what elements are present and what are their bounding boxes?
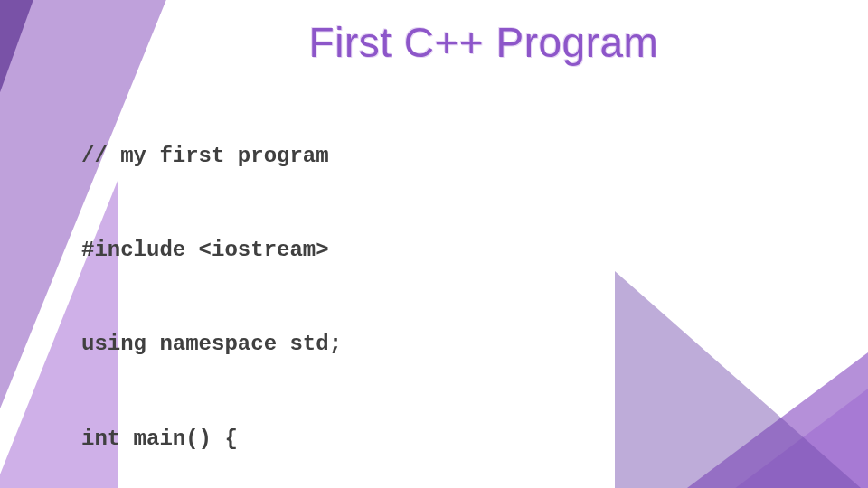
code-block: // my first program #include <iostream> … [81, 78, 814, 488]
code-comment: // my first program [81, 141, 814, 173]
slide: First C++ Program // my first program #i… [0, 0, 868, 488]
code-using: using namespace std; [81, 329, 814, 361]
slide-title: First C++ Program [154, 18, 814, 67]
code-main-open: int main() { [81, 424, 814, 455]
code-include: #include <iostream> [81, 235, 814, 267]
